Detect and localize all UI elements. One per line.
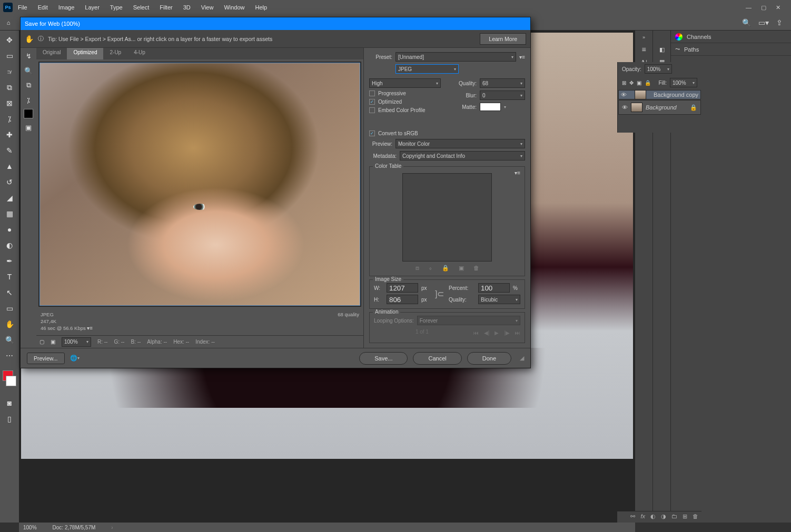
dlg-color-swatch[interactable] bbox=[24, 109, 33, 118]
tab-4up[interactable]: 4-Up bbox=[127, 48, 152, 59]
menu-help[interactable]: Help bbox=[250, 2, 273, 13]
matte-chevron-icon[interactable]: ▾ bbox=[504, 105, 506, 109]
slice-show-icon[interactable]: ▣ bbox=[51, 339, 55, 345]
eyedropper-tool-icon[interactable]: ⁒ bbox=[3, 113, 16, 125]
pen-tool-icon[interactable]: ✒ bbox=[3, 255, 16, 267]
quickmask-icon[interactable]: ◙ bbox=[3, 397, 16, 409]
tab-optimized[interactable]: Optimized bbox=[67, 48, 103, 59]
quality-input[interactable]: 68▾ bbox=[480, 78, 525, 88]
hand-tool-icon[interactable]: ✋ bbox=[25, 35, 34, 43]
menu-view[interactable]: View bbox=[196, 2, 219, 13]
opacity-value[interactable]: 100%▾ bbox=[645, 64, 672, 74]
done-button[interactable]: Done bbox=[467, 352, 511, 365]
metadata-select[interactable]: Copyright and Contact Info▾ bbox=[400, 151, 525, 160]
background-color-swatch[interactable] bbox=[6, 376, 16, 386]
share-icon[interactable]: ⇪ bbox=[776, 18, 783, 27]
menu-image[interactable]: Image bbox=[53, 2, 80, 13]
marquee-tool-icon[interactable]: ▭ bbox=[3, 49, 16, 62]
mask-icon[interactable]: ◐ bbox=[650, 513, 656, 521]
ct-shift-icon[interactable]: ⬨ bbox=[429, 265, 432, 272]
preset-select[interactable]: [Unnamed]▾ bbox=[395, 52, 516, 62]
preview-button[interactable]: Preview... bbox=[27, 353, 65, 364]
workspace-icon[interactable]: ▭▾ bbox=[758, 18, 769, 27]
dlg-toggle-icon[interactable]: ▣ bbox=[23, 122, 34, 133]
tab-original[interactable]: Original bbox=[36, 48, 67, 59]
layer-item-bg-copy[interactable]: 👁 Background copy bbox=[618, 90, 701, 99]
eraser-tool-icon[interactable]: ◢ bbox=[3, 192, 16, 204]
quality-preset-select[interactable]: High▾ bbox=[369, 78, 441, 88]
adjust-layer-icon[interactable]: ◑ bbox=[661, 513, 666, 521]
dlg-zoom-icon[interactable]: 🔍 bbox=[23, 65, 34, 76]
preview-image-area[interactable] bbox=[38, 62, 361, 307]
type-tool-icon[interactable]: T bbox=[3, 270, 16, 283]
new-layer-icon[interactable]: ⊞ bbox=[683, 513, 687, 521]
healing-tool-icon[interactable]: ✚ bbox=[3, 128, 16, 141]
ct-delete-icon[interactable]: 🗑 bbox=[473, 265, 479, 272]
menu-select[interactable]: Select bbox=[128, 2, 155, 13]
dialog-title-bar[interactable]: Save for Web (100%) bbox=[21, 17, 530, 30]
layer-item-bg[interactable]: 👁 Background 🔒 bbox=[618, 100, 701, 115]
expand-panels-icon[interactable]: » bbox=[642, 35, 645, 40]
lock-art-icon[interactable]: ▣ bbox=[637, 80, 641, 86]
path-select-icon[interactable]: ↖ bbox=[3, 286, 16, 299]
home-icon[interactable]: ⌂ bbox=[3, 17, 14, 28]
hand-tool-icon[interactable]: ✋ bbox=[3, 318, 16, 330]
move-tool-icon[interactable]: ✥ bbox=[3, 34, 16, 46]
search-icon[interactable]: 🔍 bbox=[742, 18, 751, 27]
zoom-select[interactable]: 100%▾ bbox=[62, 337, 91, 347]
matte-swatch[interactable] bbox=[480, 103, 501, 111]
learn-more-button[interactable]: Learn More bbox=[480, 33, 526, 45]
stamp-tool-icon[interactable]: ▲ bbox=[3, 160, 16, 173]
progressive-checkbox[interactable] bbox=[369, 91, 375, 96]
gradient-tool-icon[interactable]: ▦ bbox=[3, 207, 16, 220]
ct-lock-icon[interactable]: 🔒 bbox=[442, 265, 449, 272]
cancel-button[interactable]: Cancel bbox=[413, 352, 461, 365]
dlg-hand-icon[interactable]: ↯ bbox=[23, 50, 34, 62]
maximize-icon[interactable]: ▢ bbox=[761, 4, 766, 11]
screenmode-icon[interactable]: ▯ bbox=[3, 413, 16, 425]
slice-hide-icon[interactable]: ▢ bbox=[39, 339, 44, 345]
color-panel-icon[interactable]: ◧ bbox=[659, 46, 665, 53]
channels-header[interactable]: Channels bbox=[671, 31, 791, 43]
percent-input[interactable] bbox=[478, 283, 510, 293]
visibility-icon[interactable]: 👁 bbox=[622, 104, 628, 111]
preview-select[interactable]: Monitor Color▾ bbox=[395, 139, 525, 148]
lock-pos-icon[interactable]: ✥ bbox=[629, 80, 634, 86]
history-brush-icon[interactable]: ↺ bbox=[3, 176, 16, 188]
scroll-right-icon[interactable]: › bbox=[111, 525, 113, 530]
ct-new-icon[interactable]: ▣ bbox=[459, 265, 464, 272]
lasso-tool-icon[interactable]: ⟉ bbox=[3, 65, 16, 78]
menu-filter[interactable]: Filter bbox=[154, 2, 177, 13]
tab-2up[interactable]: 2-Up bbox=[103, 48, 127, 59]
menu-window[interactable]: Window bbox=[219, 2, 250, 13]
browser-preview-icon[interactable]: 🌐▾ bbox=[70, 354, 80, 363]
optimized-checkbox[interactable]: ✓ bbox=[369, 99, 375, 105]
history-panel-icon[interactable]: ≡ bbox=[641, 45, 646, 54]
blur-input[interactable]: 0▾ bbox=[480, 91, 525, 100]
menu-edit[interactable]: Edit bbox=[33, 2, 53, 13]
link-icon[interactable]: ]⊂ bbox=[435, 289, 446, 299]
brush-tool-icon[interactable]: ✎ bbox=[3, 144, 16, 157]
embed-checkbox[interactable] bbox=[369, 107, 375, 113]
resize-grip-icon[interactable]: ◢ bbox=[520, 355, 524, 362]
rectangle-tool-icon[interactable]: ▭ bbox=[3, 302, 16, 315]
convert-srgb-checkbox[interactable]: ✓ bbox=[369, 131, 375, 136]
minimize-icon[interactable]: — bbox=[746, 4, 752, 11]
status-zoom[interactable]: 100% bbox=[23, 525, 37, 530]
lock-all-icon[interactable]: 🔒 bbox=[645, 80, 651, 86]
blur-tool-icon[interactable]: ● bbox=[3, 223, 16, 236]
menu-file[interactable]: File bbox=[13, 2, 33, 13]
zoom-tool-icon[interactable]: 🔍 bbox=[3, 334, 16, 346]
paths-header[interactable]: ⤳ Paths bbox=[671, 43, 791, 56]
dlg-slice-icon[interactable]: ⧉ bbox=[23, 79, 34, 91]
menu-3d[interactable]: 3D bbox=[178, 2, 196, 13]
color-table-menu-icon[interactable]: ▾≡ bbox=[515, 170, 520, 176]
close-icon[interactable]: ✕ bbox=[776, 4, 780, 11]
save-button[interactable]: Save... bbox=[359, 352, 408, 365]
height-input[interactable] bbox=[387, 295, 418, 304]
ct-snap-icon[interactable]: ⧈ bbox=[416, 265, 419, 272]
visibility-icon[interactable]: 👁 bbox=[621, 92, 627, 98]
menu-layer[interactable]: Layer bbox=[80, 2, 105, 13]
group-icon[interactable]: 🗀 bbox=[671, 513, 677, 521]
frame-tool-icon[interactable]: ⊠ bbox=[3, 97, 16, 109]
